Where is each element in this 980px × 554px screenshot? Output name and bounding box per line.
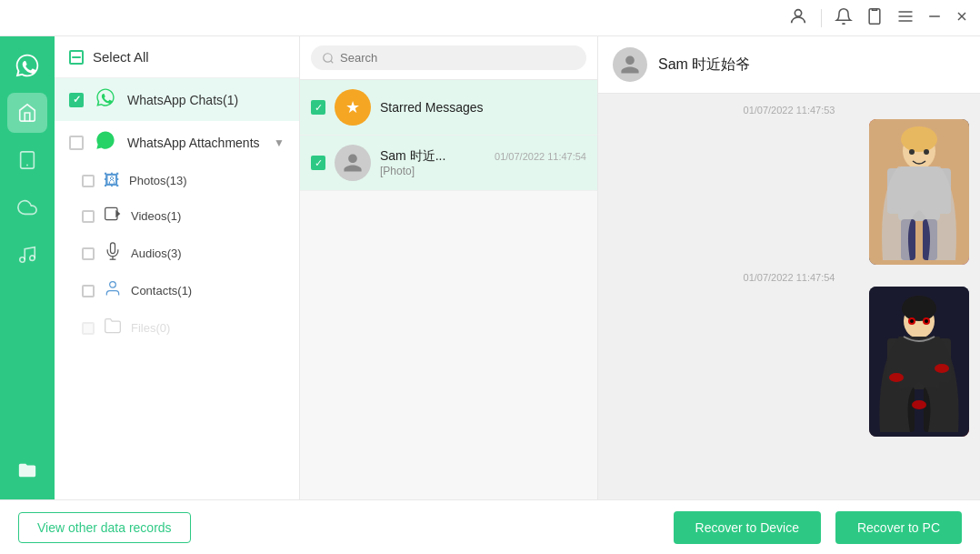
- sub-item-photos[interactable]: 🖼 Photos(13): [55, 164, 299, 197]
- sub-item-videos[interactable]: Videos(1): [55, 197, 299, 235]
- svg-point-27: [901, 126, 937, 152]
- svg-point-28: [909, 149, 915, 155]
- whatsapp-attachments-label: WhatsApp Attachments: [127, 136, 265, 150]
- chat-header: Sam 时近始爷: [598, 36, 980, 94]
- files-checkbox[interactable]: [82, 322, 95, 335]
- svg-rect-5: [929, 15, 940, 16]
- search-icon: [322, 52, 335, 65]
- sidebar-item-folder[interactable]: [7, 450, 47, 490]
- svg-rect-12: [72, 56, 81, 58]
- select-all-checkbox[interactable]: [69, 50, 84, 65]
- svg-rect-1: [869, 8, 880, 24]
- clipboard-icon[interactable]: [865, 7, 884, 29]
- category-whatsapp-attachments[interactable]: WhatsApp Attachments ▼: [55, 121, 299, 164]
- nav-logo[interactable]: [7, 45, 47, 86]
- search-bar: [300, 36, 597, 80]
- recover-pc-button[interactable]: Recover to PC: [835, 511, 962, 544]
- svg-point-0: [795, 9, 801, 15]
- search-wrapper[interactable]: [311, 45, 586, 70]
- svg-point-41: [925, 319, 928, 323]
- main-layout: Select All WhatsApp Chats(1) WhatsApp At…: [0, 36, 980, 499]
- photos-icon: 🖼: [104, 171, 120, 190]
- messages-area: 01/07/2022 11:47:53: [598, 94, 980, 499]
- bottom-bar: View other data records Recover to Devic…: [0, 499, 980, 554]
- whatsapp-chats-label: WhatsApp Chats(1): [127, 93, 285, 107]
- audios-icon: [104, 242, 122, 265]
- chat-item-sam[interactable]: ✓ Sam 时近... 01/07/2022 11:47:54 [Photo]: [300, 136, 597, 191]
- message-image-1: [869, 119, 969, 265]
- message-group-1: 01/07/2022 11:47:53: [609, 105, 969, 265]
- svg-point-42: [889, 373, 904, 382]
- svg-point-37: [902, 296, 936, 321]
- sub-item-files[interactable]: Files(0): [55, 309, 299, 347]
- chat-item-starred[interactable]: ✓ ★ Starred Messages: [300, 80, 597, 136]
- files-icon: [104, 317, 122, 339]
- photos-checkbox[interactable]: [82, 175, 95, 187]
- user-icon[interactable]: [788, 6, 808, 30]
- category-whatsapp-chats[interactable]: WhatsApp Chats(1): [55, 78, 299, 121]
- sam-info: Sam 时近... 01/07/2022 11:47:54 [Photo]: [380, 148, 586, 177]
- starred-checkbox[interactable]: ✓: [311, 100, 325, 115]
- divider: [821, 9, 822, 27]
- whatsapp-attachments-icon: [93, 130, 118, 155]
- photos-label: Photos(13): [129, 174, 187, 187]
- view-other-button[interactable]: View other data records: [18, 512, 191, 543]
- sidebar-item-music[interactable]: [7, 235, 47, 275]
- svg-point-17: [110, 282, 116, 288]
- nav-sidebar: [0, 36, 55, 499]
- svg-point-40: [910, 319, 914, 323]
- starred-info: Starred Messages: [380, 100, 586, 115]
- message-image-2: [869, 287, 969, 437]
- whatsapp-attachments-checkbox[interactable]: [69, 136, 84, 150]
- videos-label: Videos(1): [131, 209, 181, 223]
- minimize-icon[interactable]: [927, 9, 942, 27]
- starred-avatar: ★: [335, 89, 371, 126]
- sam-avatar: [335, 145, 371, 181]
- select-all-row[interactable]: Select All: [55, 36, 299, 78]
- recover-device-button[interactable]: Recover to Device: [674, 511, 821, 544]
- middle-panel: ✓ ★ Starred Messages ✓ Sam 时近... 01/07/2…: [300, 36, 598, 499]
- contacts-icon: [104, 279, 122, 302]
- sub-item-audios[interactable]: Audios(3): [55, 235, 299, 272]
- expand-arrow-icon: ▼: [274, 136, 285, 149]
- svg-point-29: [924, 149, 929, 155]
- close-icon[interactable]: [955, 9, 969, 27]
- contacts-checkbox[interactable]: [82, 285, 95, 297]
- svg-point-44: [912, 400, 926, 409]
- sam-checkbox[interactable]: ✓: [311, 156, 325, 170]
- contacts-label: Contacts(1): [131, 284, 192, 297]
- svg-line-19: [331, 60, 334, 63]
- svg-point-10: [20, 257, 25, 263]
- bell-icon[interactable]: [835, 7, 853, 29]
- sidebar-item-cloud[interactable]: [7, 187, 47, 227]
- starred-name: Starred Messages: [380, 100, 586, 115]
- videos-checkbox[interactable]: [82, 210, 95, 223]
- sam-name: Sam 时近...: [380, 148, 445, 165]
- files-label: Files(0): [131, 321, 170, 335]
- sub-item-contacts[interactable]: Contacts(1): [55, 272, 299, 309]
- menu-icon[interactable]: [896, 7, 915, 29]
- left-panel: Select All WhatsApp Chats(1) WhatsApp At…: [55, 36, 300, 499]
- whatsapp-chats-icon: [93, 87, 118, 112]
- search-input[interactable]: [340, 51, 575, 65]
- whatsapp-chats-checkbox[interactable]: [69, 93, 84, 107]
- message-time-2: 01/07/2022 11:47:54: [609, 272, 969, 283]
- audios-checkbox[interactable]: [82, 247, 95, 260]
- title-bar: [0, 0, 980, 36]
- sidebar-item-tablet[interactable]: [7, 140, 47, 180]
- select-all-label: Select All: [93, 49, 149, 65]
- audios-label: Audios(3): [131, 247, 182, 260]
- content-area: Select All WhatsApp Chats(1) WhatsApp At…: [55, 36, 980, 499]
- chat-header-name: Sam 时近始爷: [658, 55, 750, 75]
- message-time-1: 01/07/2022 11:47:53: [609, 105, 969, 116]
- svg-point-18: [324, 53, 332, 61]
- title-bar-icons: [788, 6, 969, 30]
- videos-icon: [104, 205, 122, 227]
- right-panel: Sam 时近始爷 01/07/2022 11:47:53: [598, 36, 980, 499]
- svg-rect-13: [105, 207, 117, 219]
- header-avatar: [613, 47, 647, 82]
- sam-time: 01/07/2022 11:47:54: [495, 151, 586, 162]
- message-group-2: 01/07/2022 11:47:54: [609, 272, 969, 437]
- svg-point-11: [30, 256, 35, 261]
- sidebar-item-home[interactable]: [7, 93, 47, 133]
